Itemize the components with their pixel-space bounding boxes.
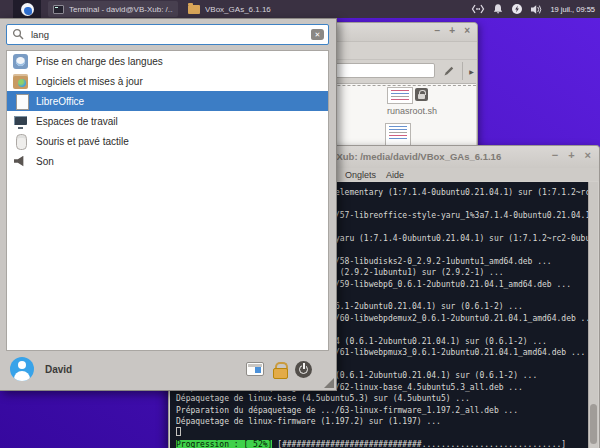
desktop[interactable]: { "panel": { "taskbar_items": [ { "label… [0,0,600,448]
volume-icon[interactable] [530,4,543,15]
scrollbar-thumb[interactable] [590,404,597,444]
terminal-scrollbar[interactable] [588,182,598,448]
lock-screen-button[interactable] [273,362,286,377]
menu-item-sound[interactable]: Son [7,151,328,171]
folder-icon [188,5,200,14]
menu-item-workspaces[interactable]: Espaces de travail [7,111,328,131]
edit-path-button[interactable] [439,62,459,80]
taskbar-label: VBox_GAs_6.1.16 [205,5,271,14]
language-support-icon [13,54,28,69]
top-panel: Terminal - david@VB-Xub: /... VBox_GAs_6… [0,0,600,18]
lock-emblem-icon [415,88,428,101]
file-name-label: runasroot.sh [352,106,472,116]
terminal-cursor [176,427,181,436]
menu-item-label: Logiciels et mises à jour [36,76,143,87]
all-settings-button[interactable] [246,362,264,376]
terminal-line: Dépaquetage de linux-firmware (1.197.2) … [176,416,588,427]
system-tray: 19 juil., 09:55 [471,0,598,18]
search-input[interactable] [6,24,329,45]
menu-item-label: Son [36,156,54,167]
menu-item-label: LibreOffice [36,96,84,107]
close-button[interactable]: × [464,25,470,36]
terminal-cursor-line [176,427,588,438]
logout-button[interactable] [295,361,312,378]
menu-aide[interactable]: Aide [386,170,404,180]
menu-item-label: Espaces de travail [36,116,118,127]
search-results-list: Prise en charge des langues Logiciels et… [6,50,329,351]
terminal-progress-line: Progression : [ 52%] [##################… [176,439,588,448]
maximize-button[interactable]: + [449,25,455,36]
menu-user-bar: David [0,351,336,387]
power-manager-icon[interactable] [511,3,523,15]
user-name: David [45,364,72,375]
menu-item-software-updates[interactable]: Logiciels et mises à jour [7,71,328,91]
network-icon[interactable] [471,4,485,14]
clear-search-icon[interactable]: ✕ [311,29,324,40]
notifications-bell-icon[interactable] [492,3,504,15]
menu-onglets[interactable]: Onglets [345,170,376,180]
whisker-menu-button[interactable] [13,0,41,18]
search-icon [12,28,25,41]
mouse-icon [13,134,28,149]
resize-grip[interactable] [324,378,334,388]
toolbar-separator [462,62,463,80]
terminal-line: Dépaquetage de linux-base (4.5ubuntu5.3)… [176,393,588,404]
terminal-icon [53,5,64,14]
clock[interactable]: 19 juil., 09:55 [550,5,598,14]
menu-item-mouse-touchpad[interactable]: Souris et pavé tactile [7,131,328,151]
progress-bar: [#############################..........… [272,440,566,448]
menu-item-label: Prise en charge des langues [36,56,163,67]
terminal-line: Préparation du dépaquetage de .../63-lin… [176,405,588,416]
menu-item-language-support[interactable]: Prise en charge des langues [7,51,328,71]
menu-item-libreoffice[interactable]: LibreOffice [7,91,328,111]
forward-button[interactable]: ▶ [465,62,478,80]
workspaces-icon [13,114,28,129]
progress-label: Progression : [ 52%] [176,440,272,448]
shell-script-file-icon[interactable] [387,87,413,104]
taskbar-button-terminal[interactable]: Terminal - david@VB-Xub: /... [48,1,178,17]
minimize-button[interactable]: − [552,149,558,161]
pencil-icon [443,65,455,77]
sound-icon [13,154,28,169]
libreoffice-icon [15,94,30,109]
taskbar-button-files[interactable]: VBox_GAs_6.1.16 [183,1,299,17]
close-button[interactable]: × [585,149,591,161]
taskbar-label: Terminal - david@VB-Xub: /... [69,5,173,14]
maximize-button[interactable]: + [568,149,574,161]
xubuntu-logo-icon [21,3,34,16]
whisker-menu: ✕ Prise en charge des langues Logiciels … [0,18,337,391]
menu-item-label: Souris et pavé tactile [36,136,129,147]
software-updates-icon [13,74,28,89]
user-avatar[interactable] [10,357,34,381]
minimize-button[interactable]: − [434,25,440,36]
